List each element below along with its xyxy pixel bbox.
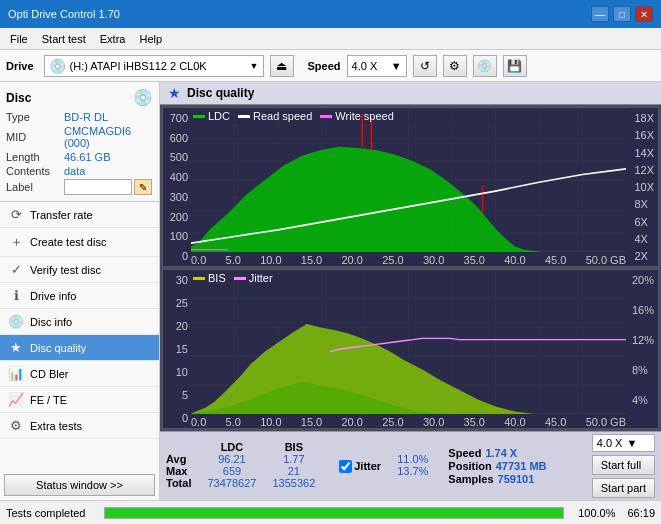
disc-quality-header-icon: ★ (168, 85, 181, 101)
refresh-button[interactable]: ↺ (413, 55, 437, 77)
avg-bis: 1.77 (272, 453, 315, 465)
transfer-rate-icon: ⟳ (8, 207, 24, 222)
sidebar-item-label-disc-quality: Disc quality (30, 342, 86, 354)
sidebar-item-verify-test-disc[interactable]: ✓ Verify test disc (0, 257, 159, 283)
start-full-button[interactable]: Start full (592, 455, 655, 475)
sidebar-item-extra-tests[interactable]: ⚙ Extra tests (0, 413, 159, 439)
drive-toolbar: Drive 💿 (H:) ATAPI iHBS112 2 CL0K ▼ ⏏ Sp… (0, 50, 661, 82)
type-value: BD-R DL (64, 111, 153, 123)
save-button[interactable]: 💾 (503, 55, 527, 77)
eject-button[interactable]: ⏏ (270, 55, 294, 77)
bis-chart-svg (191, 270, 626, 414)
verify-test-disc-icon: ✓ (8, 262, 24, 277)
position-value: 47731 MB (496, 460, 547, 472)
chart1-y-left: 7006005004003002001000 (163, 108, 191, 266)
bis-chart-legend: BIS Jitter (193, 272, 273, 284)
position-key: Position (448, 460, 491, 472)
chart2-x-labels: 0.05.010.015.020.025.030.035.040.045.050… (191, 416, 626, 428)
sidebar-item-label-create-test-disc: Create test disc (30, 236, 106, 248)
total-bis: 1355362 (272, 477, 315, 489)
speed-selector[interactable]: 4.0 X ▼ (347, 55, 407, 77)
sidebar-item-drive-info[interactable]: ℹ Drive info (0, 283, 159, 309)
disc-quality-icon: ★ (8, 340, 24, 355)
bis-header: BIS (272, 441, 315, 453)
action-buttons: 4.0 X ▼ Start full Start part (592, 434, 655, 498)
svg-marker-18 (191, 147, 626, 252)
speed-quality-selector[interactable]: 4.0 X ▼ (592, 434, 655, 452)
sidebar-item-label-cd-bler: CD Bler (30, 368, 69, 380)
sidebar-item-cd-bler[interactable]: 📊 CD Bler (0, 361, 159, 387)
status-time: 66:19 (627, 507, 655, 519)
write-speed-legend-item: Write speed (320, 110, 394, 122)
jitter-header: Jitter (354, 460, 381, 472)
speed-quality-arrow: ▼ (626, 437, 637, 449)
ldc-header: LDC (207, 441, 256, 453)
window-controls: — □ ✕ (591, 6, 653, 22)
speed-label: Speed (308, 60, 341, 72)
sidebar-item-disc-info[interactable]: 💿 Disc info (0, 309, 159, 335)
sidebar-item-label-extra-tests: Extra tests (30, 420, 82, 432)
disc-section: Disc 💿 Type BD-R DL MID CMCMAGDI6 (000) … (0, 82, 159, 202)
cd-bler-icon: 📊 (8, 366, 24, 381)
bis-chart: BIS Jitter 302520151050 20%16%12%8%4% (162, 269, 659, 429)
chart2-y-right: 20%16%12%8%4% (632, 270, 654, 428)
menu-help[interactable]: Help (133, 31, 168, 47)
stats-table: __ Avg Max Total LDC 96.21 659 73478627 … (166, 441, 428, 491)
menu-file[interactable]: File (4, 31, 34, 47)
content-area: ★ Disc quality LDC Read speed (160, 82, 661, 500)
maximize-button[interactable]: □ (613, 6, 631, 22)
fe-te-icon: 📈 (8, 392, 24, 407)
label-input[interactable] (64, 179, 132, 195)
nav-menu: ⟳ Transfer rate ＋ Create test disc ✓ Ver… (0, 202, 159, 470)
write-speed-legend-label: Write speed (335, 110, 394, 122)
main-content: Disc 💿 Type BD-R DL MID CMCMAGDI6 (000) … (0, 82, 661, 500)
create-test-disc-icon: ＋ (8, 233, 24, 251)
sidebar-item-disc-quality[interactable]: ★ Disc quality (0, 335, 159, 361)
start-part-button[interactable]: Start part (592, 478, 655, 498)
minimize-button[interactable]: — (591, 6, 609, 22)
status-window-button[interactable]: Status window >> (4, 474, 155, 496)
app-title: Opti Drive Control 1.70 (8, 8, 120, 20)
label-edit-button[interactable]: ✎ (134, 179, 152, 195)
sidebar-item-label-disc-info: Disc info (30, 316, 72, 328)
status-text: Tests completed (6, 507, 96, 519)
speed-position-info: Speed 1.74 X Position 47731 MB Samples 7… (448, 447, 546, 485)
max-bis: 21 (272, 465, 315, 477)
drive-value: (H:) ATAPI iHBS112 2 CL0K (70, 60, 207, 72)
drive-dropdown-arrow: ▼ (250, 61, 259, 71)
avg-ldc: 96.21 (207, 453, 256, 465)
sidebar-item-transfer-rate[interactable]: ⟳ Transfer rate (0, 202, 159, 228)
jitter-checkbox-area: Jitter (339, 441, 381, 491)
jitter-checkbox[interactable] (339, 460, 352, 473)
sidebar-item-label-fe-te: FE / TE (30, 394, 67, 406)
menu-extra[interactable]: Extra (94, 31, 132, 47)
mid-value: CMCMAGDI6 (000) (64, 125, 153, 149)
chart1-y-right: 18X16X14X12X10X8X6X4X2X (634, 108, 654, 266)
statusbar: Tests completed 100.0% 66:19 (0, 500, 661, 524)
close-button[interactable]: ✕ (635, 6, 653, 22)
read-speed-legend-item: Read speed (238, 110, 312, 122)
ldc-legend-color (193, 115, 205, 118)
length-label: Length (6, 151, 64, 163)
titlebar: Opti Drive Control 1.70 — □ ✕ (0, 0, 661, 28)
menubar: File Start test Extra Help (0, 28, 661, 50)
settings-button[interactable]: ⚙ (443, 55, 467, 77)
speed-quality-value: 4.0 X (597, 437, 623, 449)
cd-button[interactable]: 💿 (473, 55, 497, 77)
progress-fill (105, 508, 563, 518)
sidebar-item-create-test-disc[interactable]: ＋ Create test disc (0, 228, 159, 257)
stats-ldc: LDC 96.21 659 73478627 (207, 441, 256, 491)
menu-start-test[interactable]: Start test (36, 31, 92, 47)
total-label: Total (166, 477, 191, 489)
drive-selector[interactable]: 💿 (H:) ATAPI iHBS112 2 CL0K ▼ (44, 55, 264, 77)
sidebar-item-fe-te[interactable]: 📈 FE / TE (0, 387, 159, 413)
ldc-chart: LDC Read speed Write speed 7006005004003… (162, 107, 659, 267)
ldc-chart-legend: LDC Read speed Write speed (193, 110, 394, 122)
drive-info-icon: ℹ (8, 288, 24, 303)
content-title: Disc quality (187, 86, 254, 100)
contents-label: Contents (6, 165, 64, 177)
sidebar-item-label-drive-info: Drive info (30, 290, 76, 302)
bis-legend-color (193, 277, 205, 280)
total-ldc: 73478627 (207, 477, 256, 489)
jitter-legend-item: Jitter (234, 272, 273, 284)
